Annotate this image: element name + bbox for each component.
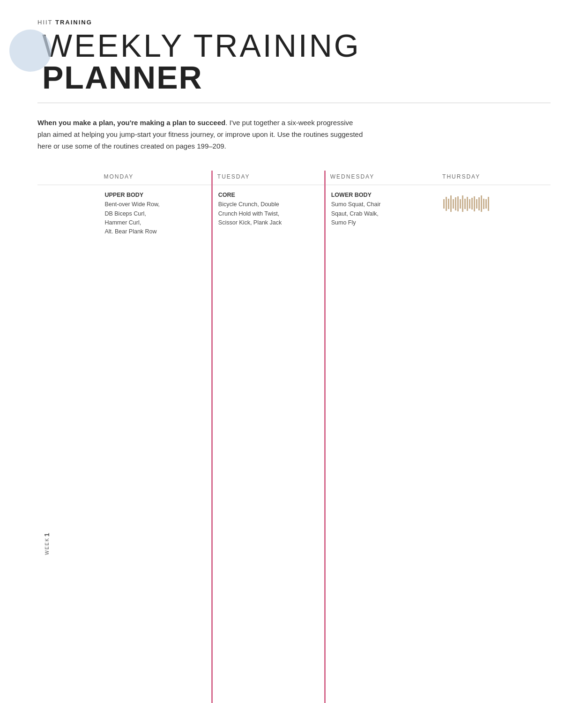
top-divider: [37, 103, 551, 103]
thursday-header: THURSDAY: [438, 171, 551, 185]
monday-header: MONDAY: [99, 171, 212, 185]
tuesday-header: TUESDAY: [212, 171, 325, 185]
cell-type-tuesday: CORE: [218, 192, 319, 198]
week-col-header: [37, 171, 99, 185]
title-planner: PLANNER: [42, 61, 361, 93]
title-text: WEEKLY TRAINING PLANNER: [37, 30, 361, 93]
intro-bold: When you make a plan, you're making a pl…: [37, 119, 225, 127]
week-1-tuesday: COREBicycle Crunch, DoubleCrunch Hold wi…: [212, 185, 325, 703]
week-1-thursday: [438, 185, 551, 703]
cell-exercises-monday: Bent-over Wide Row,DB Biceps Curl,Hammer…: [104, 201, 159, 235]
hiit-label: HIIT TRAINING: [37, 19, 551, 26]
barcode-decoration: [443, 192, 545, 216]
week-1-label: WEEK1: [37, 185, 99, 703]
cell-type-wednesday: LOWER BODY: [331, 192, 432, 198]
cell-type-monday: UPPER BODY: [104, 192, 205, 198]
table-row: WEEK1UPPER BODYBent-over Wide Row,DB Bic…: [37, 185, 551, 703]
cell-exercises-tuesday: Bicycle Crunch, DoubleCrunch Hold with T…: [218, 201, 282, 226]
week-1-wednesday: LOWER BODYSumo Squat, ChairSqaut, Crab W…: [325, 185, 438, 703]
circle-decoration: [9, 30, 52, 72]
wednesday-header: WEDNESDAY: [325, 171, 438, 185]
title-section: WEEKLY TRAINING PLANNER: [37, 30, 551, 93]
title-weekly: WEEKLY TRAINING: [42, 30, 361, 61]
week-1-monday: UPPER BODYBent-over Wide Row,DB Biceps C…: [99, 185, 212, 703]
planner-table: MONDAY TUESDAY WEDNESDAY THURSDAY WEEK1U…: [37, 171, 551, 703]
cell-exercises-wednesday: Sumo Squat, ChairSqaut, Crab Walk,Sumo F…: [331, 201, 381, 226]
intro-text: When you make a plan, you're making a pl…: [37, 117, 365, 152]
